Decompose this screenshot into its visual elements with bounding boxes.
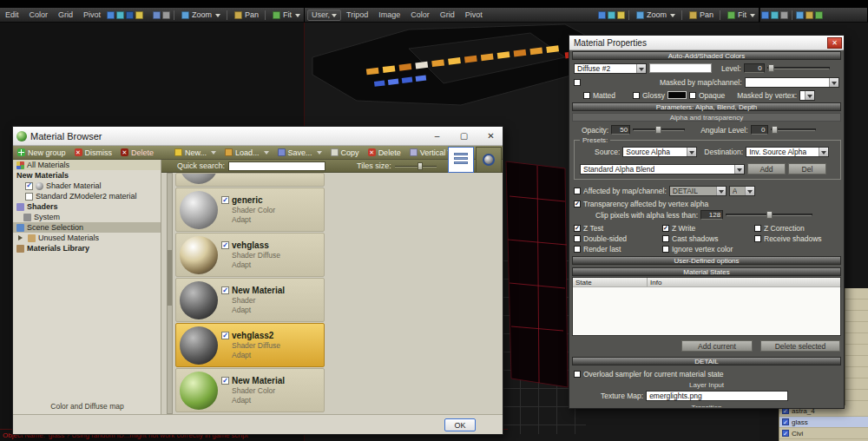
material-checkbox[interactable]	[221, 286, 229, 294]
opaque-checkbox[interactable]	[689, 92, 696, 99]
material-states-table[interactable]: State Info	[572, 277, 841, 336]
fit-icon-3[interactable]	[815, 11, 823, 19]
object-visibility-checkbox[interactable]	[782, 418, 789, 425]
pan-button[interactable]: Pan	[230, 10, 262, 19]
scene-strip-row[interactable]	[845, 345, 868, 356]
source-select[interactable]: Source Alpha	[622, 147, 697, 157]
flag-render-last[interactable]: Render last	[574, 243, 621, 254]
flag-receive-shadows[interactable]: Receive shadows	[754, 233, 822, 244]
material-checkbox[interactable]	[25, 193, 33, 201]
menu-tripod[interactable]: Tripod	[341, 10, 373, 19]
material-tile-vehglass[interactable]: vehglass Shader Diffuse Adapt	[175, 233, 325, 277]
tiles-view-button[interactable]	[448, 147, 474, 173]
receive-shadows-checkbox[interactable]	[754, 235, 761, 242]
tiles-scrollbar-thumb[interactable]	[168, 250, 172, 306]
zoom-button-2[interactable]: Zoom	[632, 10, 679, 20]
menu-color-2[interactable]: Color	[405, 10, 435, 19]
scene-strip-row[interactable]	[845, 378, 868, 390]
state-column-header[interactable]: State	[573, 278, 648, 286]
matted-checkbox[interactable]	[583, 92, 590, 99]
affected-channel-select[interactable]: A	[729, 186, 755, 196]
clip-alpha-slider[interactable]	[726, 211, 812, 219]
flag-ignore-vertex-color[interactable]: Ignore vertex color	[662, 243, 733, 254]
clip-alpha-slider-thumb[interactable]	[766, 211, 773, 219]
menu-edit[interactable]: Edit	[0, 10, 24, 19]
menu-image[interactable]: Image	[373, 10, 405, 19]
tiles-size-slider-thumb[interactable]	[418, 162, 423, 170]
material-checkbox[interactable]	[221, 241, 229, 249]
shading-mode-icon-3[interactable]	[771, 11, 779, 19]
tree-item-scene-selection[interactable]: Scene Selection	[13, 222, 161, 233]
close-icon[interactable]: ✕	[479, 128, 503, 144]
z-correction-checkbox[interactable]	[754, 225, 761, 232]
cast-shadows-checkbox[interactable]	[662, 235, 669, 242]
material-tile-generic[interactable]: generic Shader Color Adapt	[175, 188, 325, 232]
scene-strip-row[interactable]	[845, 299, 868, 311]
shading-mode-icon[interactable]	[116, 11, 124, 19]
render-last-checkbox[interactable]	[574, 246, 581, 253]
affected-map-select[interactable]: DETAIL	[669, 186, 727, 196]
dismiss-button[interactable]: Dismiss	[70, 147, 117, 159]
snap-icon-2[interactable]	[617, 11, 625, 19]
fit-button-2[interactable]: Fit	[723, 10, 759, 20]
pan-icon-3[interactable]	[806, 11, 813, 19]
display-mode-icon[interactable]	[107, 11, 115, 19]
menu-pivot[interactable]: Pivot	[78, 10, 106, 19]
scene-strip-row[interactable]	[845, 322, 868, 333]
new-material-button[interactable]: New...	[170, 147, 220, 159]
camera-icon[interactable]	[162, 11, 170, 19]
tree-item-all-materials[interactable]: All Materials	[13, 160, 161, 170]
material-properties-titlebar[interactable]: Material Properties ✕	[569, 36, 844, 50]
info-column-header[interactable]: Info	[648, 278, 840, 286]
tree-item-new-materials[interactable]: New Materials	[13, 170, 161, 181]
display-mode-icon-2[interactable]	[598, 11, 606, 19]
ignore-vertex-color-checkbox[interactable]	[662, 246, 669, 253]
level-slider[interactable]	[767, 64, 830, 72]
zoom-icon-3[interactable]	[796, 11, 804, 19]
material-tile-partial[interactable]	[175, 173, 325, 187]
affected-map-checkbox[interactable]	[574, 188, 581, 194]
tree-item-shaders[interactable]: Shaders	[13, 201, 161, 212]
view-options-icon[interactable]	[153, 11, 161, 19]
quick-search-input[interactable]	[228, 161, 326, 171]
add-preset-button[interactable]: Add	[747, 163, 786, 174]
delete-group-button[interactable]: Delete	[116, 147, 158, 159]
scene-strip-row[interactable]	[845, 288, 868, 299]
angular-level-slider-thumb[interactable]	[772, 126, 778, 134]
menu-grid[interactable]: Grid	[53, 10, 78, 19]
tree-item-standard-zmodeler2[interactable]: Standard ZModeler2 material	[13, 191, 161, 201]
snap-icon[interactable]	[135, 11, 143, 19]
material-tile-new-material-2[interactable]: New Material Shader Color Adapt	[175, 368, 325, 412]
add-current-button[interactable]: Add current	[681, 340, 753, 352]
tiles-scrollbar[interactable]	[167, 173, 173, 414]
overload-sampler-checkbox[interactable]	[574, 371, 581, 378]
menu-color[interactable]: Color	[24, 10, 54, 19]
material-search-button[interactable]	[476, 147, 502, 173]
material-checkbox[interactable]	[221, 377, 229, 385]
opacity-slider-thumb[interactable]	[655, 126, 661, 134]
material-checkbox[interactable]	[221, 332, 229, 339]
view-preset-button[interactable]: User,	[307, 10, 341, 21]
del-preset-button[interactable]: Del	[788, 163, 826, 174]
expand-arrow-icon[interactable]	[18, 235, 25, 240]
scene-strip-row[interactable]	[845, 356, 868, 367]
texture-map-input[interactable]	[646, 391, 788, 401]
wireframe-icon[interactable]	[126, 11, 134, 19]
scene-strip-row[interactable]	[845, 333, 868, 345]
camera-icon-3[interactable]	[780, 11, 788, 19]
scene-strip-row[interactable]	[845, 390, 868, 401]
new-group-button[interactable]: New group	[13, 147, 70, 159]
blend-preset-select[interactable]: Standard Alpha Blend	[580, 164, 745, 174]
ok-button[interactable]: OK	[444, 418, 476, 431]
z-write-checkbox[interactable]	[662, 225, 669, 232]
menu-grid-2[interactable]: Grid	[435, 10, 460, 19]
opacity-slider[interactable]	[633, 126, 685, 134]
fit-button[interactable]: Fit	[268, 10, 304, 20]
masked-map-select[interactable]	[745, 77, 840, 88]
tree-item-shader-material[interactable]: Shader Material	[13, 181, 161, 191]
material-checkbox[interactable]	[221, 196, 229, 204]
glossy-checkbox[interactable]	[633, 92, 640, 99]
object-visibility-checkbox[interactable]	[782, 430, 789, 437]
double-sided-checkbox[interactable]	[574, 235, 581, 242]
material-checkbox[interactable]	[25, 182, 33, 190]
